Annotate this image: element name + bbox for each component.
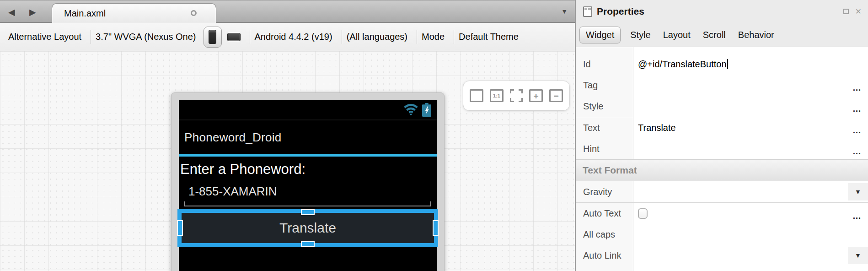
table-filler — [576, 266, 868, 271]
row-text-label: Text — [576, 117, 633, 138]
auto-link-dropdown[interactable]: ▼ — [633, 245, 868, 266]
ellipsis-button[interactable]: … — [852, 83, 862, 93]
alternative-layout-button[interactable]: Alternative Layout — [8, 32, 81, 42]
action-bar-accent-line — [179, 154, 437, 157]
tab-widget[interactable]: Widget — [579, 27, 621, 43]
hint-input[interactable]: … — [633, 138, 868, 159]
row-id-label: Id — [576, 54, 633, 75]
selection-handle-bottom[interactable] — [301, 241, 315, 247]
designer-window: ◀ ▶ Main.axml ▼ Alternative Layout 3.7" … — [0, 0, 868, 271]
ellipsis-button[interactable]: … — [852, 211, 862, 221]
close-panel-icon[interactable]: ✕ — [855, 7, 862, 16]
row-all-caps-label: All caps — [576, 224, 633, 245]
chevron-down-icon[interactable]: ▼ — [848, 183, 868, 201]
selection-handle-top[interactable] — [301, 209, 315, 215]
selection-handle-left[interactable] — [177, 220, 183, 236]
row-gravity-label: Gravity — [576, 181, 633, 202]
text-input[interactable]: Translate … — [633, 117, 868, 138]
properties-panel: Properties ✕ Widget Style Layout Scroll … — [576, 0, 868, 271]
style-input[interactable]: … — [633, 96, 868, 117]
dock-panel-icon[interactable] — [843, 9, 849, 14]
nav-forward-icon[interactable]: ▶ — [29, 7, 36, 17]
row-all-caps: All caps — [576, 224, 868, 245]
text-value: Translate — [638, 123, 676, 133]
split-view-button[interactable] — [470, 89, 483, 102]
design-canvas[interactable]: Phoneword_Droid Enter a Phoneword: 1-855… — [0, 51, 575, 271]
tab-scroll[interactable]: Scroll — [703, 30, 726, 40]
row-style-label: Style — [576, 96, 633, 117]
device-screen: Phoneword_Droid Enter a Phoneword: 1-855… — [179, 100, 437, 271]
app-title: Phoneword_Droid — [184, 130, 282, 145]
editor-column: ◀ ▶ Main.axml ▼ Alternative Layout 3.7" … — [0, 0, 576, 271]
toolbar-separator — [454, 30, 454, 44]
phoneword-edittext[interactable]: 1-855-XAMARIN — [179, 183, 437, 206]
row-gravity: Gravity ▼ — [576, 181, 868, 202]
tab-main-axml[interactable]: Main.axml — [52, 3, 216, 23]
auto-text-checkbox[interactable] — [638, 208, 648, 219]
row-auto-text-label: Auto Text — [576, 203, 633, 224]
ellipsis-button[interactable]: … — [852, 146, 862, 157]
toolbar-separator — [342, 30, 342, 44]
text-caret — [727, 59, 728, 69]
row-hint-label: Hint — [576, 138, 633, 159]
properties-pad-icon — [583, 6, 592, 17]
theme-selector[interactable]: Default Theme — [459, 32, 519, 42]
row-auto-link-label: Auto Link — [576, 245, 633, 266]
properties-header: Properties ✕ — [576, 0, 868, 23]
tab-title: Main.axml — [64, 8, 106, 19]
actual-size-button[interactable]: 1:1 — [490, 89, 504, 102]
fit-to-view-button[interactable] — [510, 89, 523, 102]
table-row — [576, 47, 868, 54]
nav-back-icon[interactable]: ◀ — [8, 7, 15, 17]
edittext-value: 1-855-XAMARIN — [179, 183, 437, 200]
landscape-orientation-button[interactable] — [227, 33, 241, 41]
id-input[interactable]: @+id/TranslateButton — [633, 54, 868, 75]
properties-title: Properties — [597, 6, 843, 17]
zoom-in-button[interactable]: + — [529, 89, 543, 102]
zoom-out-button[interactable]: − — [549, 89, 563, 102]
mode-selector[interactable]: Mode — [422, 32, 445, 42]
tab-behavior[interactable]: Behavior — [738, 30, 774, 40]
edittext-underline — [184, 201, 431, 206]
tab-close-icon[interactable] — [191, 10, 197, 16]
toolbar-separator — [91, 30, 91, 44]
tag-input[interactable]: … — [633, 75, 868, 96]
canvas-zoom-toolbar: 1:1 + − — [463, 81, 570, 111]
id-value: @+id/TranslateButton — [638, 59, 727, 70]
row-auto-link: Auto Link ▼ — [576, 245, 868, 266]
row-tag-label: Tag — [576, 75, 633, 96]
language-selector[interactable]: (All languages) — [347, 32, 407, 42]
ellipsis-button[interactable]: … — [852, 104, 862, 114]
ellipsis-button[interactable]: … — [852, 125, 862, 136]
properties-table: Id @+id/TranslateButton Tag … Style … T — [576, 47, 868, 271]
row-style: Style … — [576, 96, 868, 117]
wifi-icon — [404, 104, 418, 116]
tab-layout[interactable]: Layout — [663, 30, 691, 40]
designer-toolbar: Alternative Layout 3.7" WVGA (Nexus One)… — [0, 23, 575, 51]
row-hint: Hint … — [576, 138, 868, 159]
tab-overflow-icon[interactable]: ▼ — [561, 8, 568, 15]
all-caps-value[interactable] — [633, 224, 868, 245]
android-version-selector[interactable]: Android 4.4.2 (v19) — [255, 32, 332, 42]
battery-charging-icon — [422, 103, 431, 117]
tab-style[interactable]: Style — [630, 30, 650, 40]
chevron-down-icon[interactable]: ▼ — [848, 247, 868, 264]
translate-button[interactable]: Translate — [182, 213, 434, 243]
status-bar — [179, 100, 437, 120]
gravity-dropdown[interactable]: ▼ — [633, 181, 868, 202]
portrait-orientation-button[interactable] — [204, 27, 222, 48]
toolbar-separator — [250, 30, 250, 44]
row-tag: Tag … — [576, 75, 868, 96]
row-auto-text: Auto Text … — [576, 203, 868, 224]
portrait-phone-icon — [209, 30, 216, 44]
selection-handle-right[interactable] — [433, 220, 439, 236]
document-tab-bar: ◀ ▶ Main.axml ▼ — [0, 0, 575, 23]
row-text: Text Translate … — [576, 117, 868, 138]
auto-text-value: … — [633, 203, 868, 224]
toolbar-separator — [417, 30, 417, 44]
device-preview-frame: Phoneword_Droid Enter a Phoneword: 1-855… — [171, 92, 445, 271]
widget-selection[interactable]: Translate — [177, 209, 438, 247]
properties-tabs: Widget Style Layout Scroll Behavior — [576, 23, 868, 47]
phoneword-label[interactable]: Enter a Phoneword: — [180, 159, 437, 179]
device-selector[interactable]: 3.7" WVGA (Nexus One) — [96, 32, 196, 42]
